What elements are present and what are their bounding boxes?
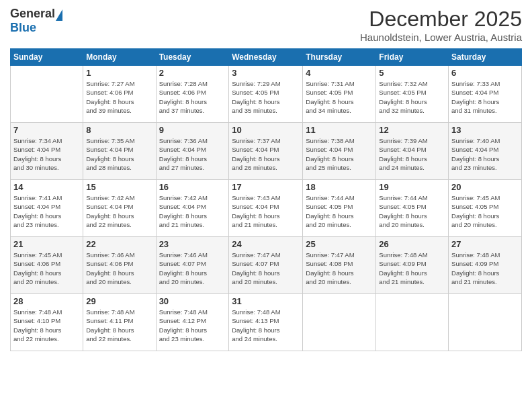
calendar-header-thursday: Thursday [303, 49, 376, 66]
day-info: Sunrise: 7:43 AM Sunset: 4:04 PM Dayligh… [232, 193, 300, 229]
calendar-cell: 30Sunrise: 7:48 AM Sunset: 4:12 PM Dayli… [156, 294, 229, 351]
month-title: December 2025 [360, 7, 522, 32]
calendar-cell: 5Sunrise: 7:32 AM Sunset: 4:05 PM Daylig… [376, 66, 449, 123]
day-number: 11 [306, 125, 373, 135]
calendar-cell: 29Sunrise: 7:48 AM Sunset: 4:11 PM Dayli… [83, 294, 156, 351]
header: General Blue December 2025 Haunoldstein,… [10, 7, 522, 43]
day-info: Sunrise: 7:48 AM Sunset: 4:09 PM Dayligh… [451, 250, 519, 286]
day-number: 5 [379, 68, 445, 78]
calendar-header-sunday: Sunday [11, 49, 83, 66]
day-number: 20 [451, 182, 519, 192]
day-number: 30 [159, 296, 226, 306]
calendar-cell [376, 294, 449, 351]
day-info: Sunrise: 7:44 AM Sunset: 4:05 PM Dayligh… [306, 193, 373, 229]
day-number: 14 [13, 182, 80, 192]
calendar-header-friday: Friday [376, 49, 449, 66]
day-info: Sunrise: 7:39 AM Sunset: 4:04 PM Dayligh… [379, 136, 445, 172]
calendar-cell: 10Sunrise: 7:37 AM Sunset: 4:04 PM Dayli… [229, 123, 303, 180]
calendar-header-row: SundayMondayTuesdayWednesdayThursdayFrid… [11, 49, 522, 66]
day-number: 31 [232, 296, 300, 306]
calendar-cell: 7Sunrise: 7:34 AM Sunset: 4:04 PM Daylig… [11, 123, 83, 180]
title-section: December 2025 Haunoldstein, Lower Austri… [360, 7, 522, 43]
day-number: 2 [159, 68, 226, 78]
day-info: Sunrise: 7:38 AM Sunset: 4:04 PM Dayligh… [306, 136, 373, 172]
calendar-cell [303, 294, 376, 351]
day-info: Sunrise: 7:32 AM Sunset: 4:05 PM Dayligh… [379, 79, 445, 115]
calendar-cell: 8Sunrise: 7:35 AM Sunset: 4:04 PM Daylig… [83, 123, 156, 180]
day-number: 16 [159, 182, 226, 192]
calendar-week-5: 28Sunrise: 7:48 AM Sunset: 4:10 PM Dayli… [11, 294, 522, 351]
logo: General Blue [10, 7, 62, 35]
day-info: Sunrise: 7:44 AM Sunset: 4:05 PM Dayligh… [379, 193, 445, 229]
day-number: 13 [451, 125, 519, 135]
day-number: 26 [379, 239, 445, 249]
calendar-cell: 28Sunrise: 7:48 AM Sunset: 4:10 PM Dayli… [11, 294, 83, 351]
calendar-cell: 23Sunrise: 7:46 AM Sunset: 4:07 PM Dayli… [156, 237, 229, 294]
calendar-cell: 9Sunrise: 7:36 AM Sunset: 4:04 PM Daylig… [156, 123, 229, 180]
calendar-cell: 17Sunrise: 7:43 AM Sunset: 4:04 PM Dayli… [229, 180, 303, 237]
day-info: Sunrise: 7:48 AM Sunset: 4:13 PM Dayligh… [232, 308, 300, 343]
day-info: Sunrise: 7:27 AM Sunset: 4:06 PM Dayligh… [86, 79, 152, 115]
day-number: 22 [86, 239, 152, 249]
calendar-week-3: 14Sunrise: 7:41 AM Sunset: 4:04 PM Dayli… [11, 180, 522, 237]
day-number: 8 [86, 125, 152, 135]
day-info: Sunrise: 7:40 AM Sunset: 4:04 PM Dayligh… [451, 136, 519, 172]
day-info: Sunrise: 7:31 AM Sunset: 4:05 PM Dayligh… [306, 79, 373, 115]
day-info: Sunrise: 7:47 AM Sunset: 4:08 PM Dayligh… [306, 250, 373, 286]
day-number: 29 [86, 296, 152, 306]
day-info: Sunrise: 7:34 AM Sunset: 4:04 PM Dayligh… [13, 136, 80, 172]
day-number: 9 [159, 125, 226, 135]
calendar-header-wednesday: Wednesday [229, 49, 303, 66]
day-number: 23 [159, 239, 226, 249]
calendar-header-monday: Monday [83, 49, 156, 66]
calendar-cell: 18Sunrise: 7:44 AM Sunset: 4:05 PM Dayli… [303, 180, 376, 237]
calendar-cell: 1Sunrise: 7:27 AM Sunset: 4:06 PM Daylig… [83, 66, 156, 123]
page: General Blue December 2025 Haunoldstein,… [0, 0, 532, 411]
day-info: Sunrise: 7:29 AM Sunset: 4:05 PM Dayligh… [232, 79, 300, 115]
day-info: Sunrise: 7:28 AM Sunset: 4:06 PM Dayligh… [159, 79, 226, 115]
calendar-week-1: 1Sunrise: 7:27 AM Sunset: 4:06 PM Daylig… [11, 66, 522, 123]
day-info: Sunrise: 7:45 AM Sunset: 4:05 PM Dayligh… [451, 193, 519, 229]
day-info: Sunrise: 7:41 AM Sunset: 4:04 PM Dayligh… [13, 193, 80, 229]
day-number: 21 [13, 239, 80, 249]
calendar-cell: 20Sunrise: 7:45 AM Sunset: 4:05 PM Dayli… [449, 180, 522, 237]
day-number: 27 [451, 239, 519, 249]
calendar-cell: 12Sunrise: 7:39 AM Sunset: 4:04 PM Dayli… [376, 123, 449, 180]
calendar-week-2: 7Sunrise: 7:34 AM Sunset: 4:04 PM Daylig… [11, 123, 522, 180]
logo-triangle-icon [56, 9, 62, 21]
day-number: 10 [232, 125, 300, 135]
calendar-cell: 25Sunrise: 7:47 AM Sunset: 4:08 PM Dayli… [303, 237, 376, 294]
calendar-cell: 21Sunrise: 7:45 AM Sunset: 4:06 PM Dayli… [11, 237, 83, 294]
day-info: Sunrise: 7:37 AM Sunset: 4:04 PM Dayligh… [232, 136, 300, 172]
calendar-cell: 14Sunrise: 7:41 AM Sunset: 4:04 PM Dayli… [11, 180, 83, 237]
logo-blue-text: Blue [10, 21, 36, 35]
day-number: 19 [379, 182, 445, 192]
day-number: 15 [86, 182, 152, 192]
day-info: Sunrise: 7:48 AM Sunset: 4:11 PM Dayligh… [86, 308, 152, 343]
calendar-cell: 31Sunrise: 7:48 AM Sunset: 4:13 PM Dayli… [229, 294, 303, 351]
day-number: 12 [379, 125, 445, 135]
day-info: Sunrise: 7:48 AM Sunset: 4:09 PM Dayligh… [379, 250, 445, 286]
day-info: Sunrise: 7:45 AM Sunset: 4:06 PM Dayligh… [13, 250, 80, 286]
calendar-table: SundayMondayTuesdayWednesdayThursdayFrid… [10, 48, 522, 351]
day-number: 6 [451, 68, 519, 78]
day-info: Sunrise: 7:48 AM Sunset: 4:12 PM Dayligh… [159, 308, 226, 343]
calendar-cell: 11Sunrise: 7:38 AM Sunset: 4:04 PM Dayli… [303, 123, 376, 180]
day-number: 24 [232, 239, 300, 249]
day-number: 25 [306, 239, 373, 249]
day-number: 7 [13, 125, 80, 135]
calendar-cell: 16Sunrise: 7:42 AM Sunset: 4:04 PM Dayli… [156, 180, 229, 237]
calendar-cell: 24Sunrise: 7:47 AM Sunset: 4:07 PM Dayli… [229, 237, 303, 294]
day-info: Sunrise: 7:46 AM Sunset: 4:06 PM Dayligh… [86, 250, 152, 286]
day-number: 28 [13, 296, 80, 306]
day-number: 1 [86, 68, 152, 78]
day-info: Sunrise: 7:35 AM Sunset: 4:04 PM Dayligh… [86, 136, 152, 172]
calendar-cell: 13Sunrise: 7:40 AM Sunset: 4:04 PM Dayli… [449, 123, 522, 180]
day-number: 4 [306, 68, 373, 78]
calendar-cell [449, 294, 522, 351]
calendar-week-4: 21Sunrise: 7:45 AM Sunset: 4:06 PM Dayli… [11, 237, 522, 294]
calendar-header-saturday: Saturday [449, 49, 522, 66]
calendar-cell: 6Sunrise: 7:33 AM Sunset: 4:04 PM Daylig… [449, 66, 522, 123]
day-info: Sunrise: 7:48 AM Sunset: 4:10 PM Dayligh… [13, 308, 80, 343]
logo-general-text: General [10, 7, 55, 21]
